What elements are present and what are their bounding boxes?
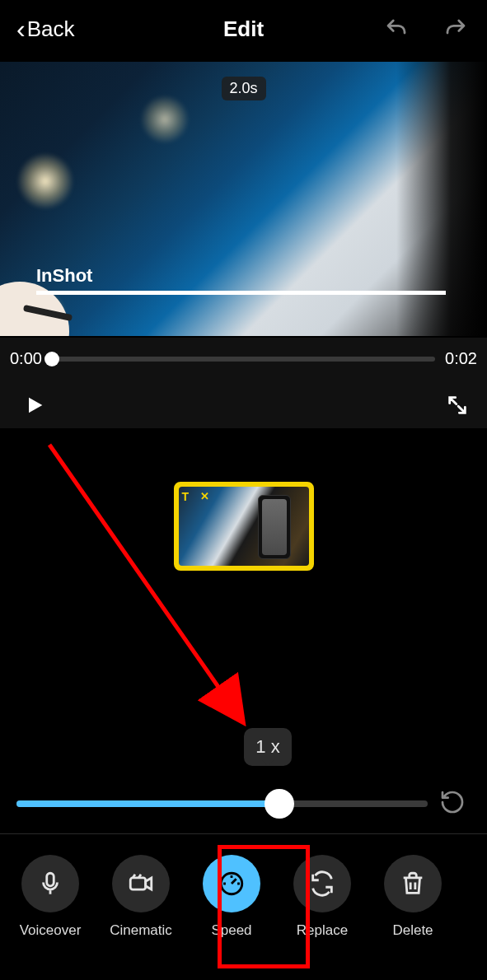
trash-icon: [399, 870, 427, 898]
current-time: 0:00: [10, 349, 42, 368]
text-layer-icon: T: [182, 490, 190, 503]
camera-icon: [127, 870, 155, 898]
time-row: 0:00 0:02: [10, 349, 477, 368]
microphone-icon: [36, 870, 64, 898]
page-title: Edit: [223, 16, 264, 42]
playback-bar: 0:00 0:02: [0, 338, 487, 428]
toolbar-item-cinematic[interactable]: Cinematic: [105, 855, 176, 939]
cinematic-button: [112, 855, 170, 912]
back-button[interactable]: ‹ Back: [16, 16, 74, 42]
toolbar-label: Cinematic: [110, 922, 172, 939]
watermark-text: InShot: [36, 265, 92, 287]
preview-decor: [16, 152, 74, 210]
fullscreen-icon: [446, 394, 469, 417]
video-preview[interactable]: 2.0s InShot: [0, 62, 487, 336]
bottom-toolbar[interactable]: c Voiceover Cinematic Speed: [0, 840, 487, 980]
toolbar-label: Delete: [392, 922, 433, 939]
app-root: ‹ Back Edit 2.0s InShot 0:00: [0, 0, 487, 980]
delete-button: [384, 855, 442, 912]
header-bar: ‹ Back Edit: [0, 0, 487, 58]
svg-rect-2: [130, 878, 145, 889]
speedometer-icon: [218, 870, 246, 898]
total-time: 0:02: [445, 349, 477, 368]
preview-decor: [396, 62, 487, 336]
preview-decor: [140, 95, 190, 144]
undo-icon: [384, 16, 409, 41]
toolbar-label: Voiceover: [20, 922, 82, 939]
seek-slider[interactable]: [52, 357, 435, 362]
replace-icon: [308, 870, 336, 898]
play-row: [23, 394, 469, 420]
toolbar-item-speed[interactable]: Speed: [196, 855, 267, 939]
speed-slider[interactable]: [16, 796, 428, 812]
back-label: Back: [27, 16, 75, 42]
mute-icon: ✕: [200, 490, 209, 502]
play-button[interactable]: [23, 394, 46, 420]
toolbar-item-voiceover[interactable]: Voiceover: [15, 855, 86, 939]
seek-thumb[interactable]: [44, 352, 59, 366]
voiceover-button: [21, 855, 79, 912]
toolbar-divider: [0, 833, 487, 834]
undo-button[interactable]: [382, 14, 411, 44]
fullscreen-button[interactable]: [446, 394, 469, 420]
redo-button[interactable]: [441, 14, 471, 44]
watermark-line: [36, 291, 446, 295]
toolbar-track: c Voiceover Cinematic Speed: [0, 855, 448, 939]
speed-thumb[interactable]: [265, 789, 294, 819]
speed-fill: [16, 800, 279, 807]
speed-value-bubble: 1 x: [244, 728, 292, 766]
timeline-playhead[interactable]: [174, 482, 176, 571]
toolbar-label: Speed: [211, 922, 251, 939]
clip-duration-badge: 2.0s: [221, 77, 265, 100]
toolbar-label: Replace: [297, 922, 348, 939]
toolbar-item-replace[interactable]: Replace: [287, 855, 358, 939]
timeline-clip[interactable]: T ✕: [174, 482, 314, 571]
play-icon: [23, 394, 46, 417]
reset-icon: [439, 789, 466, 815]
speed-button: [203, 855, 260, 912]
redo-icon: [443, 16, 468, 41]
reset-speed-button[interactable]: [434, 784, 471, 820]
undo-redo-group: [382, 14, 471, 44]
chevron-left-icon: ‹: [16, 16, 26, 42]
toolbar-item-delete[interactable]: Delete: [377, 855, 448, 939]
svg-rect-1: [47, 873, 54, 886]
replace-button: [293, 855, 351, 912]
clip-thumbnail-decor: [258, 495, 291, 559]
